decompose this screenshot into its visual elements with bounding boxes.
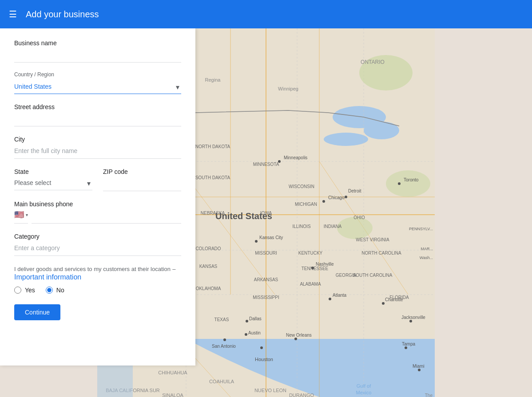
svg-text:Minneapolis: Minneapolis xyxy=(284,155,307,160)
svg-point-81 xyxy=(382,302,385,305)
city-label: City xyxy=(14,136,25,143)
phone-group: Main business phone 🇺🇸 ▾ xyxy=(14,200,181,224)
svg-text:Atlanta: Atlanta xyxy=(333,293,347,298)
svg-text:KANSAS: KANSAS xyxy=(199,264,218,269)
street-label: Street address xyxy=(14,103,55,110)
svg-text:IOWA: IOWA xyxy=(260,211,272,216)
svg-point-20 xyxy=(386,170,430,197)
country-select-wrapper: United States Canada United Kingdom xyxy=(14,79,181,94)
svg-text:Chicago: Chicago xyxy=(328,195,345,200)
svg-point-21 xyxy=(337,217,373,239)
no-label: No xyxy=(56,287,64,294)
svg-text:SOUTH DAKOTA: SOUTH DAKOTA xyxy=(195,175,230,180)
svg-point-60 xyxy=(398,182,401,185)
svg-text:Charlotte: Charlotte xyxy=(385,297,403,302)
svg-text:Regina: Regina xyxy=(205,77,221,83)
svg-text:NORTH DAKOTA: NORTH DAKOTA xyxy=(195,144,230,149)
business-name-group: Business name xyxy=(14,39,181,63)
state-col: State Please select Alabama Alaska Arizo… xyxy=(14,168,92,191)
state-zip-group: State Please select Alabama Alaska Arizo… xyxy=(14,168,181,191)
svg-text:WEST VIRGINIA: WEST VIRGINIA xyxy=(356,237,389,242)
svg-text:ARKANSAS: ARKANSAS xyxy=(254,277,278,282)
svg-text:Nashville: Nashville xyxy=(316,262,334,267)
business-name-input[interactable] xyxy=(14,47,181,63)
zip-input[interactable] xyxy=(103,176,181,191)
svg-point-3 xyxy=(324,133,368,146)
svg-text:Austin: Austin xyxy=(248,330,261,335)
svg-text:OHIO: OHIO xyxy=(353,215,365,220)
svg-text:Jacksonville: Jacksonville xyxy=(401,315,425,320)
menu-icon[interactable]: ☰ xyxy=(9,9,17,20)
phone-row: 🇺🇸 ▾ xyxy=(14,208,181,224)
svg-text:Dallas: Dallas xyxy=(249,316,262,321)
svg-text:ONTARIO: ONTARIO xyxy=(361,59,385,65)
map-houston-label: Houston xyxy=(255,357,273,362)
city-group: City xyxy=(14,135,181,159)
phone-input[interactable] xyxy=(32,208,181,224)
svg-text:MAR...: MAR... xyxy=(421,247,433,251)
street-input[interactable] xyxy=(14,111,181,126)
svg-point-58 xyxy=(345,196,347,198)
svg-point-87 xyxy=(418,369,421,371)
svg-text:Toronto: Toronto xyxy=(404,177,419,182)
svg-text:MISSISSIPPI: MISSISSIPPI xyxy=(253,295,279,300)
svg-text:SOUTH CAROLINA: SOUTH CAROLINA xyxy=(353,273,393,278)
delivery-section: I deliver goods and services to my custo… xyxy=(14,265,181,294)
state-select[interactable]: Please select Alabama Alaska Arizona Tex… xyxy=(14,176,92,190)
header: ☰ Add your business xyxy=(0,0,532,28)
category-label: Category xyxy=(14,233,40,240)
flag-dropdown-arrow: ▾ xyxy=(26,212,28,217)
no-radio[interactable] xyxy=(46,287,53,294)
svg-text:MICHIGAN: MICHIGAN xyxy=(295,202,317,207)
yes-radio-label[interactable]: Yes xyxy=(14,287,35,294)
svg-text:Gulf of: Gulf of xyxy=(357,383,371,389)
svg-point-56 xyxy=(322,200,325,203)
svg-text:Kansas City: Kansas City xyxy=(259,235,283,240)
svg-text:SINALOA: SINALOA xyxy=(162,393,183,397)
svg-text:San Antonio: San Antonio xyxy=(212,344,236,349)
important-info-link[interactable]: Important information xyxy=(14,273,81,281)
category-input[interactable] xyxy=(14,240,181,256)
svg-point-54 xyxy=(278,160,281,163)
svg-text:Tampa: Tampa xyxy=(402,342,415,346)
svg-point-64 xyxy=(255,240,258,243)
zip-label: ZIP code xyxy=(103,168,128,175)
svg-text:PENNSYLV...: PENNSYLV... xyxy=(409,227,433,231)
yes-radio[interactable] xyxy=(14,287,21,294)
svg-text:ALABAMA: ALABAMA xyxy=(300,282,321,287)
svg-text:INDIANA: INDIANA xyxy=(324,224,342,229)
country-select[interactable]: United States Canada United Kingdom xyxy=(14,79,181,94)
business-name-label: Business name xyxy=(14,39,57,47)
state-label: State xyxy=(14,168,29,175)
svg-text:DURANGO: DURANGO xyxy=(289,393,314,397)
no-radio-label[interactable]: No xyxy=(46,287,64,294)
svg-point-74 xyxy=(223,338,226,341)
continue-button[interactable]: Continue xyxy=(14,304,60,320)
svg-text:OKLAHOMA: OKLAHOMA xyxy=(196,286,221,291)
svg-point-85 xyxy=(405,346,407,349)
phone-label: Main business phone xyxy=(14,200,73,208)
phone-flag-selector[interactable]: 🇺🇸 ▾ xyxy=(14,210,28,224)
delivery-text: I deliver goods and services to my custo… xyxy=(14,266,171,272)
svg-text:NUEVO LEON: NUEVO LEON xyxy=(254,388,286,393)
city-input[interactable] xyxy=(14,143,181,159)
svg-point-68 xyxy=(329,298,331,300)
svg-point-79 xyxy=(294,338,297,340)
svg-point-83 xyxy=(409,320,412,322)
svg-text:ILLINOIS: ILLINOIS xyxy=(292,224,310,229)
svg-text:NORTH CAROLINA: NORTH CAROLINA xyxy=(361,251,401,255)
delivery-radio-group: Yes No xyxy=(14,287,181,294)
svg-text:NEBRASKA: NEBRASKA xyxy=(201,211,225,216)
svg-point-2 xyxy=(364,122,399,139)
svg-text:Winnipeg: Winnipeg xyxy=(278,86,298,91)
svg-text:The: The xyxy=(425,393,433,397)
svg-text:Mexico: Mexico xyxy=(356,390,372,395)
svg-text:WISCONSIN: WISCONSIN xyxy=(289,184,314,189)
svg-text:Miami: Miami xyxy=(413,364,425,369)
delivery-dash: – xyxy=(172,266,175,272)
page-title: Add your business xyxy=(26,9,99,20)
zip-col: ZIP code xyxy=(103,168,181,191)
svg-point-76 xyxy=(245,333,247,336)
svg-text:TEXAS: TEXAS xyxy=(214,317,229,322)
category-group: Category xyxy=(14,232,181,256)
